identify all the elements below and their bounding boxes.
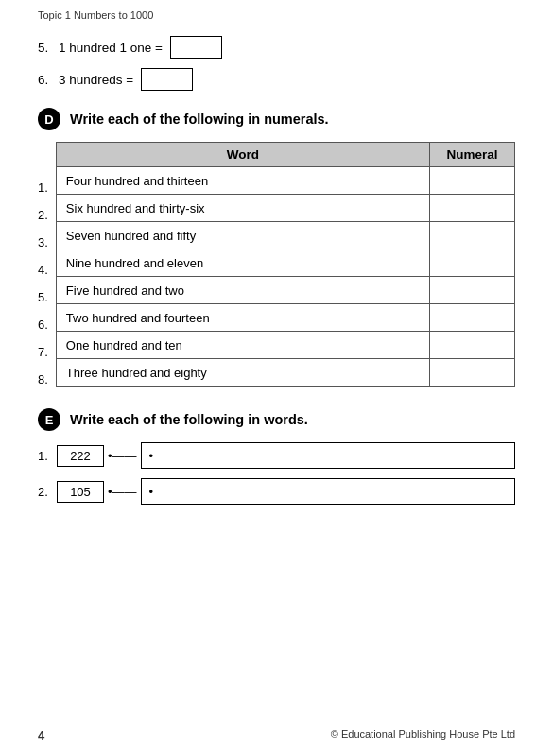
row-num-4: 4. [38,256,52,284]
copyright: © Educational Publishing House Pte Ltd [331,729,515,743]
fill-row-5-num: 5. [38,41,59,55]
words-row-2: 2. 105 •—— • [38,478,515,505]
numeral-cell-8[interactable] [430,359,515,387]
table-row: Six hundred and thirty-six [56,195,514,222]
words-row-1: 1. 222 •—— • [38,442,515,469]
fill-row-6-num: 6. [38,73,59,87]
numeral-cell-4[interactable] [430,249,515,277]
row-num-8: 8. [38,366,52,393]
fill-row-5-text: 1 hundred 1 one = [59,41,163,55]
numeral-cell-3[interactable] [430,222,515,249]
table-row: Two hundred and fourteen [56,304,514,332]
answer-box-1[interactable]: • [141,442,515,469]
section-d-title: Write each of the following in numerals. [70,112,329,127]
answer-bullet-2: • [149,485,154,499]
bullet-connector-1: •—— [108,449,137,463]
words-row-1-num: 1. [38,449,57,463]
col-numeral-header: Numeral [430,143,515,167]
numeral-cell-6[interactable] [430,304,515,332]
row-nums-col: 1. 2. 3. 4. 5. 6. 7. 8. [38,142,52,393]
section-e-badge: E [38,408,60,431]
table-row: Seven hundred and fifty [56,222,514,249]
word-cell-7: One hundred and ten [56,332,429,359]
word-numeral-table: Word Numeral Four hundred and thirteen S… [56,142,515,387]
fill-box-6[interactable] [141,68,193,91]
table-row: One hundred and ten [56,332,514,359]
answer-box-2[interactable]: • [141,478,515,505]
word-cell-4: Nine hundred and eleven [56,249,429,277]
row-num-6: 6. [38,311,52,338]
fill-row-5: 5. 1 hundred 1 one = [38,36,515,59]
fill-section: 5. 1 hundred 1 one = 6. 3 hundreds = [38,36,515,91]
page: Topic 1 Numbers to 1000 5. 1 hundred 1 o… [0,0,553,756]
words-number-box-2: 105 [57,481,104,503]
col-word-header: Word [56,143,429,167]
numeral-cell-2[interactable] [430,195,515,222]
table-row: Three hundred and eighty [56,359,514,387]
word-cell-3: Seven hundred and fifty [56,222,429,249]
words-section: 1. 222 •—— • 2. 105 •—— • [38,442,515,505]
numeral-cell-7[interactable] [430,332,515,359]
row-num-3: 3. [38,229,52,256]
table-row: Five hundred and two [56,277,514,304]
row-num-1: 1. [38,174,52,201]
fill-box-5[interactable] [170,36,222,59]
row-num-7: 7. [38,338,52,366]
topic-label: Topic 1 Numbers to 1000 [38,9,515,21]
section-d-header: D Write each of the following in numeral… [38,108,515,130]
word-cell-2: Six hundred and thirty-six [56,195,429,222]
row-num-5: 5. [38,284,52,311]
table-row: Four hundred and thirteen [56,167,514,195]
answer-bullet-1: • [149,449,154,463]
fill-row-6-text: 3 hundreds = [59,73,133,87]
section-e-title: Write each of the following in words. [70,412,308,427]
section-d-badge: D [38,108,60,130]
numeral-cell-5[interactable] [430,277,515,304]
numeral-cell-1[interactable] [430,167,515,195]
word-cell-8: Three hundred and eighty [56,359,429,387]
page-number: 4 [38,729,44,743]
section-e-header: E Write each of the following in words. [38,408,515,431]
word-cell-6: Two hundred and fourteen [56,304,429,332]
fill-row-6: 6. 3 hundreds = [38,68,515,91]
section-d-table-container: 1. 2. 3. 4. 5. 6. 7. 8. Word Numeral Fou… [38,142,515,393]
bullet-connector-2: •—— [108,485,137,499]
words-row-2-num: 2. [38,485,57,499]
words-number-box-1: 222 [57,445,104,467]
table-row: Nine hundred and eleven [56,249,514,277]
word-cell-5: Five hundred and two [56,277,429,304]
word-cell-1: Four hundred and thirteen [56,167,429,195]
row-num-2: 2. [38,201,52,229]
page-footer: 4 © Educational Publishing House Pte Ltd [0,729,553,743]
